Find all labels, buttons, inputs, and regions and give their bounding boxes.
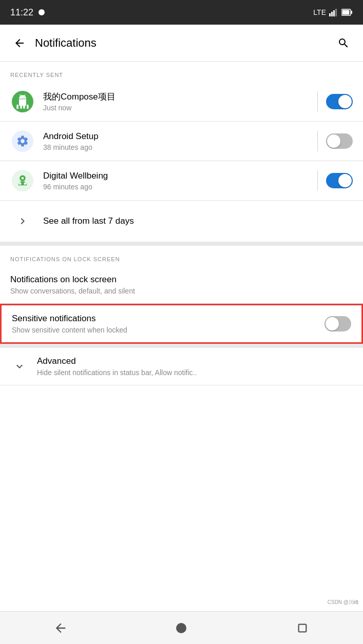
digital-wellbeing-toggle[interactable] [326, 173, 353, 188]
svg-rect-3 [335, 9, 337, 16]
status-bar: 11:22 LTE [0, 0, 363, 25]
back-button[interactable] [8, 32, 31, 54]
back-arrow-icon [13, 37, 26, 49]
nav-back-button[interactable] [45, 613, 76, 643]
svg-point-8 [22, 177, 24, 180]
list-item: Digital Wellbeing 96 minutes ago [0, 161, 363, 200]
android-setup-text: Android Setup 38 minutes ago [43, 131, 309, 151]
svg-rect-6 [351, 11, 353, 14]
toggle-thumb [338, 174, 352, 187]
chevron-right-icon [10, 209, 35, 233]
divider-line [317, 131, 318, 151]
recently-sent-header: RECENTLY SENT [0, 62, 363, 82]
svg-rect-2 [333, 10, 335, 16]
status-time: 11:22 [10, 7, 33, 18]
sensitive-notifications-subtitle: Show sensitive content when locked [12, 326, 324, 334]
chevron-down-icon [10, 357, 29, 376]
toggle-thumb [326, 317, 339, 330]
advanced-subtitle: Hide silent notifications in status bar,… [37, 368, 353, 377]
wellbeing-leaf-icon [15, 173, 30, 188]
compose-app-subtitle: Just now [43, 104, 309, 112]
status-icons: LTE [313, 8, 353, 16]
svg-rect-0 [329, 13, 331, 16]
nav-recent-button[interactable] [287, 613, 318, 643]
toggle-thumb [338, 95, 352, 108]
advanced-title: Advanced [37, 356, 353, 366]
status-dot-icon [39, 9, 45, 15]
svg-point-9 [19, 183, 22, 185]
list-item: 我的Compose项目 Just now [0, 82, 363, 121]
app-bar: Notifications [0, 25, 363, 62]
digital-wellbeing-title: Digital Wellbeing [43, 170, 309, 182]
lock-screen-section: NOTIFICATIONS ON LOCK SCREEN Notificatio… [0, 246, 363, 344]
svg-rect-12 [299, 624, 307, 632]
list-item: Android Setup 38 minutes ago [0, 122, 363, 161]
battery-icon [341, 8, 353, 16]
lock-screen-title: Notifications on lock screen [10, 275, 353, 285]
android-setup-toggle[interactable] [326, 133, 353, 149]
watermark: CSDN @川峰 [328, 599, 359, 606]
section-divider [0, 242, 363, 246]
svg-point-10 [24, 183, 26, 185]
page-title: Notifications [35, 36, 332, 50]
android-robot-icon [15, 94, 30, 109]
see-all-label: See all from last 7 days [43, 216, 134, 226]
sensitive-notifications-toggle[interactable] [324, 316, 351, 331]
chevron-icon [16, 215, 29, 227]
section-divider [0, 344, 363, 348]
android-setup-icon [10, 129, 35, 153]
lock-screen-subtitle: Show conversations, default, and silent [10, 287, 353, 295]
search-icon [337, 37, 350, 49]
expand-icon [13, 360, 26, 373]
lock-screen-header: NOTIFICATIONS ON LOCK SCREEN [0, 246, 363, 266]
sensitive-notifications-title: Sensitive notifications [12, 314, 324, 324]
svg-rect-1 [331, 12, 333, 16]
nav-back-icon [53, 621, 68, 635]
advanced-text: Advanced Hide silent notifications in st… [37, 356, 353, 377]
bottom-divider [0, 385, 363, 385]
sensitive-notifications-row[interactable]: Sensitive notifications Show sensitive c… [0, 304, 363, 344]
compose-app-icon [10, 89, 35, 114]
compose-app-toggle[interactable] [326, 94, 353, 109]
lte-icon: LTE [313, 8, 326, 16]
android-setup-subtitle: 38 minutes ago [43, 143, 309, 151]
divider-line [317, 170, 318, 191]
nav-home-button[interactable] [166, 613, 197, 643]
digital-wellbeing-text: Digital Wellbeing 96 minutes ago [43, 170, 309, 191]
nav-recent-icon [297, 622, 308, 634]
sensitive-notifications-text: Sensitive notifications Show sensitive c… [12, 314, 324, 334]
lock-screen-item[interactable]: Notifications on lock screen Show conver… [0, 266, 363, 303]
recently-sent-section: RECENTLY SENT 我的Compose项目 Just now [0, 62, 363, 242]
android-setup-title: Android Setup [43, 131, 309, 142]
nav-home-icon [175, 622, 187, 634]
signal-icon [329, 8, 338, 16]
svg-rect-5 [342, 10, 350, 15]
search-button[interactable] [332, 32, 355, 54]
divider-line [317, 91, 318, 112]
digital-wellbeing-subtitle: 96 minutes ago [43, 183, 309, 191]
gear-icon [16, 134, 29, 148]
bottom-navigation [0, 611, 363, 644]
compose-app-text: 我的Compose项目 Just now [43, 91, 309, 112]
compose-app-title: 我的Compose项目 [43, 91, 309, 103]
see-all-row[interactable]: See all from last 7 days [0, 201, 363, 242]
digital-wellbeing-icon [10, 168, 35, 193]
toggle-thumb [327, 134, 340, 148]
advanced-row[interactable]: Advanced Hide silent notifications in st… [0, 348, 363, 385]
svg-point-11 [176, 623, 186, 633]
